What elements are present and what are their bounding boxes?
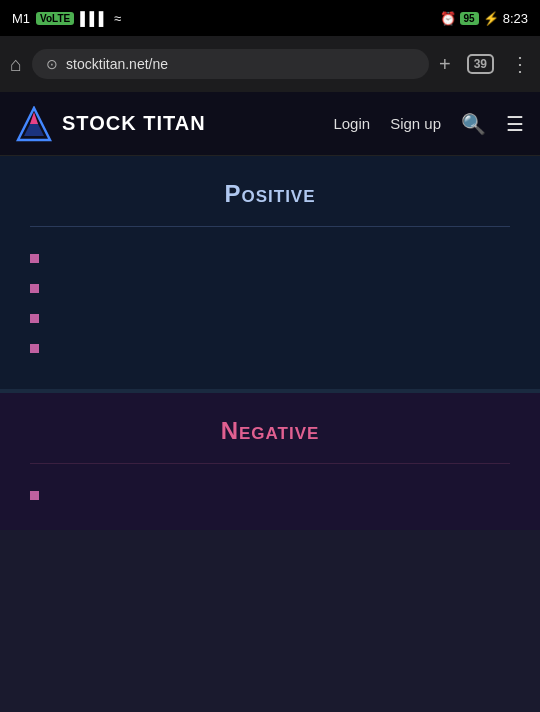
battery-level: 95 — [460, 12, 479, 25]
logo-text: STOCK TITAN — [62, 112, 206, 135]
tab-count-badge[interactable]: 39 — [467, 54, 494, 74]
positive-section: Positive — [0, 156, 540, 393]
main-content: Positive Negative — [0, 156, 540, 530]
charging-icon: ⚡ — [483, 11, 499, 26]
search-icon[interactable]: 🔍 — [461, 112, 486, 136]
status-right: ⏰ 95 ⚡ 8:23 — [440, 11, 528, 26]
list-item — [30, 249, 510, 263]
new-tab-icon[interactable]: + — [439, 53, 451, 76]
negative-bullet-list — [30, 486, 510, 500]
negative-divider — [30, 463, 510, 464]
time-display: 8:23 — [503, 11, 528, 26]
volte-badge: VoLTE — [36, 12, 74, 25]
list-item — [30, 339, 510, 353]
browser-actions: + 39 ⋮ — [439, 52, 530, 76]
login-link[interactable]: Login — [333, 115, 370, 132]
list-item — [30, 309, 510, 323]
site-header: STOCK TITAN Login Sign up 🔍 ☰ — [0, 92, 540, 156]
logo-icon — [16, 106, 52, 142]
carrier-text: M1 — [12, 11, 30, 26]
more-options-icon[interactable]: ⋮ — [510, 52, 530, 76]
wifi-icon: ≈ — [114, 11, 121, 26]
positive-divider — [30, 226, 510, 227]
bullet-icon — [30, 344, 39, 353]
signup-link[interactable]: Sign up — [390, 115, 441, 132]
signal-icon: ▌▌▌ — [80, 11, 108, 26]
address-bar[interactable]: ⊙ stocktitan.net/ne — [32, 49, 429, 79]
positive-bullet-list — [30, 249, 510, 353]
status-left: M1 VoLTE ▌▌▌ ≈ — [12, 11, 121, 26]
bullet-icon — [30, 491, 39, 500]
bullet-icon — [30, 314, 39, 323]
bullet-icon — [30, 284, 39, 293]
alarm-icon: ⏰ — [440, 11, 456, 26]
menu-icon[interactable]: ☰ — [506, 112, 524, 136]
bullet-icon — [30, 254, 39, 263]
site-icon: ⊙ — [46, 56, 58, 72]
url-text: stocktitan.net/ne — [66, 56, 168, 72]
negative-section: Negative — [0, 393, 540, 530]
home-icon[interactable]: ⌂ — [10, 53, 22, 76]
browser-bar: ⌂ ⊙ stocktitan.net/ne + 39 ⋮ — [0, 36, 540, 92]
list-item — [30, 279, 510, 293]
status-bar: M1 VoLTE ▌▌▌ ≈ ⏰ 95 ⚡ 8:23 — [0, 0, 540, 36]
positive-section-title: Positive — [30, 180, 510, 208]
nav-links: Login Sign up 🔍 ☰ — [333, 112, 524, 136]
logo-area: STOCK TITAN — [16, 106, 333, 142]
negative-section-title: Negative — [30, 417, 510, 445]
